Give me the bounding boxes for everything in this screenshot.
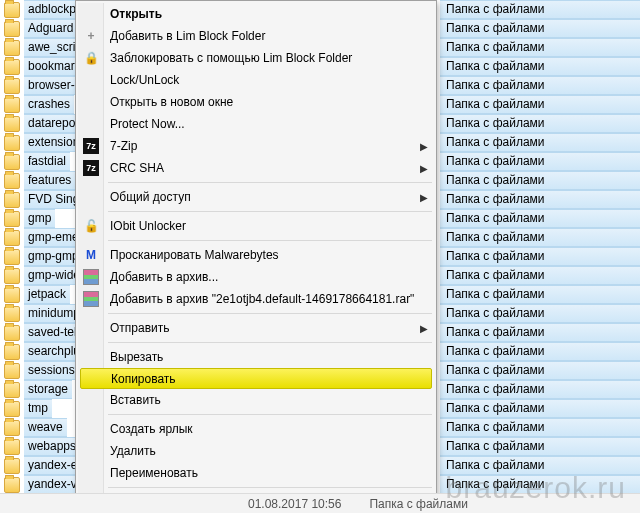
winrar-icon	[83, 269, 99, 285]
folder-type: Папка с файлами	[440, 57, 640, 76]
menu-rename[interactable]: Переименовать	[78, 462, 434, 484]
folder-type: Папка с файлами	[440, 304, 640, 323]
folder-name: weave	[24, 418, 67, 437]
menu-separator	[108, 342, 432, 343]
iobit-icon: 🔓	[83, 218, 99, 234]
folder-icon	[4, 135, 20, 151]
menu-copy[interactable]: Копировать	[80, 368, 432, 389]
menu-open[interactable]: Открыть	[78, 3, 434, 25]
folder-type: Папка с файлами	[440, 171, 640, 190]
menu-block-lim-folder[interactable]: 🔒 Заблокировать с помощью Lim Block Fold…	[78, 47, 434, 69]
folder-name: features	[24, 171, 75, 190]
menu-separator	[108, 414, 432, 415]
menu-create-shortcut[interactable]: Создать ярлык	[78, 418, 434, 440]
folder-type: Папка с файлами	[440, 19, 640, 38]
menu-add-to-named-archive[interactable]: Добавить в архив "2e1otjb4.default-14691…	[78, 288, 434, 310]
context-menu: Открыть + Добавить в Lim Block Folder 🔒 …	[75, 0, 437, 513]
folder-icon	[4, 2, 20, 18]
folder-icon	[4, 306, 20, 322]
folder-name: crashes	[24, 95, 74, 114]
folder-type: Папка с файлами	[440, 475, 640, 494]
folder-type: Папка с файлами	[440, 247, 640, 266]
folder-type: Папка с файлами	[440, 437, 640, 456]
folder-type: Папка с файлами	[440, 456, 640, 475]
folder-name: jetpack	[24, 285, 70, 304]
menu-share[interactable]: Общий доступ ▶	[78, 186, 434, 208]
menu-lock-unlock[interactable]: Lock/UnLock	[78, 69, 434, 91]
folder-type: Папка с файлами	[440, 190, 640, 209]
folder-name: gmp	[24, 209, 55, 228]
menu-7zip[interactable]: 7z 7-Zip ▶	[78, 135, 434, 157]
folder-icon	[4, 59, 20, 75]
status-bar: 01.08.2017 10:56 Папка с файлами	[0, 493, 640, 513]
folder-type: Папка с файлами	[440, 209, 640, 228]
folder-icon	[4, 40, 20, 56]
folder-icon	[4, 78, 20, 94]
folder-icon	[4, 249, 20, 265]
plus-icon: +	[83, 28, 99, 44]
submenu-arrow-icon: ▶	[420, 323, 428, 334]
status-date: 01.08.2017 10:56	[248, 497, 341, 511]
folder-icon	[4, 154, 20, 170]
folder-type: Папка с файлами	[440, 95, 640, 114]
menu-iobit-unlocker[interactable]: 🔓 IObit Unlocker	[78, 215, 434, 237]
folder-icon	[4, 97, 20, 113]
folder-name: storage	[24, 380, 72, 399]
folder-name: tmp	[24, 399, 52, 418]
folder-icon	[4, 382, 20, 398]
folder-type: Папка с файлами	[440, 228, 640, 247]
submenu-arrow-icon: ▶	[420, 141, 428, 152]
folder-icon	[4, 439, 20, 455]
folder-icon	[4, 344, 20, 360]
folder-icon	[4, 211, 20, 227]
folder-type: Папка с файлами	[440, 399, 640, 418]
folder-icon	[4, 420, 20, 436]
folder-type: Папка с файлами	[440, 38, 640, 57]
folder-icon	[4, 268, 20, 284]
folder-icon	[4, 116, 20, 132]
folder-type: Папка с файлами	[440, 133, 640, 152]
folder-icon	[4, 458, 20, 474]
folder-name: fastdial	[24, 152, 70, 171]
folder-type: Папка с файлами	[440, 418, 640, 437]
winrar-icon	[83, 291, 99, 307]
menu-separator	[108, 487, 432, 488]
menu-separator	[108, 182, 432, 183]
folder-type: Папка с файлами	[440, 342, 640, 361]
folder-name: webapps	[24, 437, 80, 456]
folder-type: Папка с файлами	[440, 323, 640, 342]
folder-icon	[4, 363, 20, 379]
folder-type: Папка с файлами	[440, 266, 640, 285]
7zip-icon: 7z	[83, 138, 99, 154]
menu-separator	[108, 240, 432, 241]
folder-type: Папка с файлами	[440, 361, 640, 380]
folder-name: Adguard	[24, 19, 77, 38]
folder-icon	[4, 21, 20, 37]
menu-send-to[interactable]: Отправить ▶	[78, 317, 434, 339]
submenu-arrow-icon: ▶	[420, 163, 428, 174]
menu-protect-now[interactable]: Protect Now...	[78, 113, 434, 135]
folder-type: Папка с файлами	[440, 285, 640, 304]
lock-icon: 🔒	[83, 50, 99, 66]
folder-icon	[4, 325, 20, 341]
folder-icon	[4, 230, 20, 246]
menu-add-to-archive[interactable]: Добавить в архив...	[78, 266, 434, 288]
menu-open-new-window[interactable]: Открыть в новом окне	[78, 91, 434, 113]
menu-scan-malwarebytes[interactable]: M Просканировать Malwarebytes	[78, 244, 434, 266]
folder-icon	[4, 192, 20, 208]
menu-add-lim-folder[interactable]: + Добавить в Lim Block Folder	[78, 25, 434, 47]
folder-icon	[4, 477, 20, 493]
folder-icon	[4, 401, 20, 417]
menu-separator	[108, 313, 432, 314]
folder-type: Папка с файлами	[440, 380, 640, 399]
menu-crc-sha[interactable]: 7z CRC SHA ▶	[78, 157, 434, 179]
folder-icon	[4, 173, 20, 189]
folder-type: Папка с файлами	[440, 114, 640, 133]
menu-delete[interactable]: Удалить	[78, 440, 434, 462]
submenu-arrow-icon: ▶	[420, 192, 428, 203]
status-type: Папка с файлами	[369, 497, 468, 511]
menu-paste[interactable]: Вставить	[78, 389, 434, 411]
folder-type: Папка с файлами	[440, 152, 640, 171]
menu-cut[interactable]: Вырезать	[78, 346, 434, 368]
menu-separator	[108, 211, 432, 212]
